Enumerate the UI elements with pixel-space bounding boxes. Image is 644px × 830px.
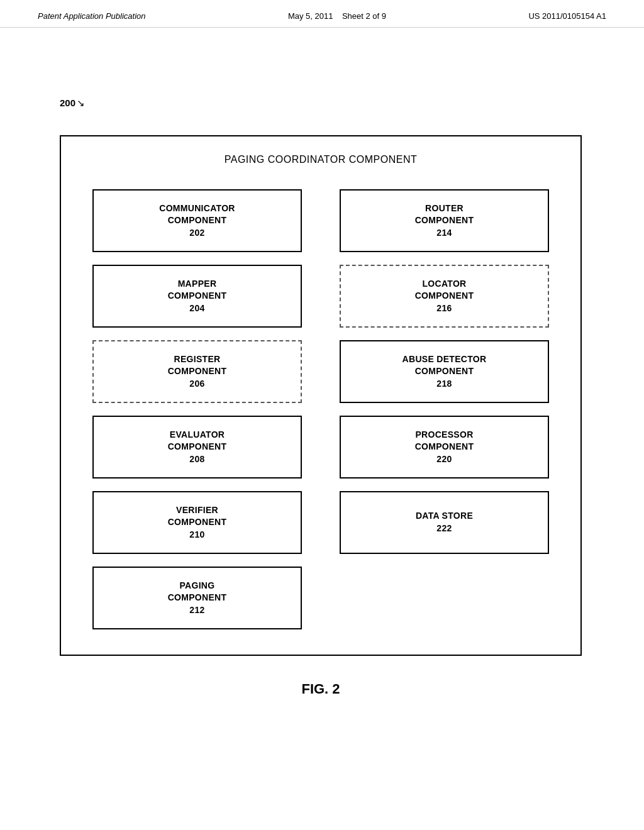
processor-label: PROCESSOR COMPONENT 220: [415, 429, 474, 466]
communicator-component-box: COMMUNICATOR COMPONENT 202: [92, 189, 302, 252]
header-publication-text: Patent Application Publication: [38, 11, 146, 21]
header-date: May 5, 2011: [288, 11, 333, 21]
evaluator-label: EVALUATOR COMPONENT 208: [168, 429, 227, 466]
communicator-label: COMMUNICATOR COMPONENT 202: [159, 202, 235, 240]
outer-box-title: PAGING COORDINATOR COMPONENT: [80, 149, 562, 170]
paging-label: PAGING COMPONENT 212: [168, 580, 227, 617]
outer-paging-coordinator-box: PAGING COORDINATOR COMPONENT COMMUNICATO…: [60, 135, 582, 656]
header-patent-number: US 2011/0105154 A1: [528, 11, 606, 21]
diagram-reference-label: 200 ↘: [60, 97, 85, 109]
register-label: REGISTER COMPONENT 206: [168, 353, 227, 390]
data-store-component-box: DATA STORE 222: [340, 491, 549, 554]
abuse-detector-label: ABUSE DETECTOR COMPONENT 218: [402, 353, 487, 390]
locator-component-box: LOCATOR COMPONENT 216: [340, 265, 549, 328]
verifier-label: VERIFIER COMPONENT 210: [168, 504, 227, 541]
paging-component-box: PAGING COMPONENT 212: [92, 567, 302, 629]
abuse-detector-component-box: ABUSE DETECTOR COMPONENT 218: [340, 340, 549, 403]
header-sheet: Sheet 2 of 9: [342, 11, 386, 21]
mapper-component-box: MAPPER COMPONENT 204: [92, 265, 302, 328]
header-center: May 5, 2011 Sheet 2 of 9: [288, 11, 386, 21]
diagram-number: 200: [60, 97, 75, 108]
register-component-box: REGISTER COMPONENT 206: [92, 340, 302, 403]
router-label: ROUTER COMPONENT 214: [415, 202, 474, 240]
diagram-arrow: ↘: [77, 97, 85, 109]
components-grid: COMMUNICATOR COMPONENT 202 ROUTER COMPON…: [80, 189, 562, 629]
mapper-label: MAPPER COMPONENT 204: [168, 278, 227, 315]
page-header: Patent Application Publication May 5, 20…: [0, 0, 644, 28]
evaluator-component-box: EVALUATOR COMPONENT 208: [92, 416, 302, 479]
data-store-label: DATA STORE 222: [416, 510, 473, 534]
router-component-box: ROUTER COMPONENT 214: [340, 189, 549, 252]
locator-label: LOCATOR COMPONENT 216: [415, 278, 474, 315]
processor-component-box: PROCESSOR COMPONENT 220: [340, 416, 549, 479]
diagram-area: PAGING COORDINATOR COMPONENT COMMUNICATO…: [60, 135, 582, 710]
figure-label: FIG. 2: [60, 681, 582, 710]
verifier-component-box: VERIFIER COMPONENT 210: [92, 491, 302, 554]
